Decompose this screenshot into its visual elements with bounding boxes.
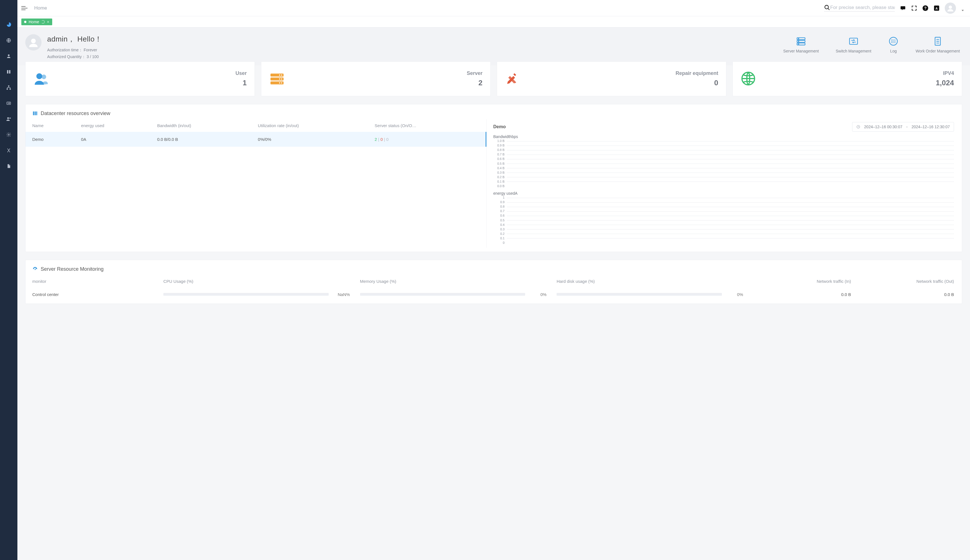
col-bandwidth: Bandwidth (in/out) <box>150 119 251 132</box>
sidebar-item-tools[interactable] <box>6 148 12 153</box>
sidebar-item-sitemap[interactable] <box>6 85 12 90</box>
svg-rect-25 <box>850 38 858 44</box>
svg-rect-3 <box>9 70 10 73</box>
cell-energy: 0A <box>74 132 150 147</box>
server-icon <box>269 71 285 87</box>
sidebar-item-usercard[interactable] <box>6 116 12 122</box>
sidebar-item-document[interactable] <box>6 163 12 169</box>
clock-icon <box>856 125 860 129</box>
quicklink-label: Server Management <box>783 49 819 53</box>
search-icon[interactable] <box>824 5 830 11</box>
log-icon <box>888 36 899 47</box>
search-wrap <box>824 5 895 12</box>
date-from: 2024–12–16 00:30:07 <box>864 125 902 129</box>
col-energy: energy used <box>74 119 150 132</box>
cell-mem: 0% <box>353 288 550 300</box>
svg-point-24 <box>798 44 799 44</box>
datacenter-panel: Datacenter resources overview Name energ… <box>25 104 962 252</box>
search-input[interactable] <box>830 5 895 10</box>
col-disk: Hard disk usage (%) <box>550 275 746 288</box>
globe-icon <box>741 71 756 87</box>
auth-qty-value: 3 / 100 <box>87 55 99 59</box>
greeting-text: admin， Hello！ <box>47 34 102 44</box>
svg-rect-41 <box>35 112 36 115</box>
cell-bandwidth: 0.0 B/0.0 B <box>150 132 251 147</box>
stat-label: IPV4 <box>936 70 954 76</box>
breadcrumb[interactable]: Home <box>34 5 47 11</box>
svg-point-36 <box>279 74 280 75</box>
quick-links: Server Management Switch Management Log <box>783 34 962 53</box>
gauge-icon <box>32 266 38 272</box>
svg-point-22 <box>798 38 799 39</box>
sidebar-item-dashboard[interactable] <box>6 22 12 27</box>
sidebar-item-settings[interactable] <box>6 132 12 137</box>
refresh-icon[interactable] <box>41 20 45 23</box>
svg-rect-9 <box>9 118 11 119</box>
sidebar-item-globe[interactable] <box>6 38 12 43</box>
col-netout: Network traffic (Out) <box>859 275 962 288</box>
panel-title-text: Datacenter resources overview <box>41 110 110 117</box>
messages-icon[interactable] <box>900 5 906 11</box>
quicklink-label: Log <box>890 49 897 53</box>
svg-point-38 <box>279 82 280 83</box>
quicklink-server-management[interactable]: Server Management <box>783 36 819 53</box>
cell-monitor: Control center <box>25 288 157 300</box>
col-status: Server status (On/O… <box>368 119 486 132</box>
table-row[interactable]: Demo 0A 0.0 B/0.0 B 0%/0% 2 | 0 | 0 <box>25 132 486 147</box>
left-sidebar <box>0 0 17 560</box>
tab-close-icon[interactable]: × <box>47 20 49 24</box>
svg-point-29 <box>42 74 46 79</box>
svg-rect-40 <box>33 112 34 115</box>
svg-point-17 <box>949 5 952 9</box>
chart-title: energy usedA <box>493 191 954 195</box>
svg-point-8 <box>7 117 9 119</box>
stat-card-repair[interactable]: Repair equipment 0 <box>497 62 726 96</box>
stat-label: Server <box>467 70 482 76</box>
server-monitoring-panel: Server Resource Monitoring monitor CPU U… <box>25 260 962 304</box>
page-body: admin， Hello！ Authorization time： Foreve… <box>17 27 970 560</box>
toggle-sidebar-button[interactable] <box>21 5 27 11</box>
svg-rect-6 <box>10 89 11 90</box>
svg-point-37 <box>279 78 280 79</box>
stat-card-ipv4[interactable]: IPV4 1,024 <box>733 62 962 96</box>
col-name: Name <box>25 119 74 132</box>
datacenter-icon <box>32 110 38 116</box>
quicklink-log[interactable]: Log <box>888 36 899 53</box>
language-icon[interactable]: A <box>933 5 940 11</box>
svg-point-10 <box>8 134 10 135</box>
col-cpu: CPU Usage (%) <box>157 275 353 288</box>
fullscreen-icon[interactable] <box>911 5 917 11</box>
tab-label: Home <box>28 20 39 24</box>
stat-card-server[interactable]: Server 2 <box>261 62 491 96</box>
stat-card-user[interactable]: User 1 <box>25 62 255 96</box>
profile-avatar <box>25 34 42 50</box>
sidebar-item-user[interactable] <box>6 53 12 59</box>
table-row[interactable]: Control center NaN% 0% 0% 0.0 B 0.0 B <box>25 288 962 300</box>
tabstrip: Home × <box>17 16 970 27</box>
svg-rect-4 <box>8 85 10 87</box>
svg-point-18 <box>31 39 36 43</box>
stat-value: 1 <box>235 78 247 87</box>
cell-disk: 0% <box>550 288 746 300</box>
quicklink-work-order[interactable]: Work Order Management <box>915 36 960 53</box>
svg-point-26 <box>890 37 898 45</box>
tab-home[interactable]: Home × <box>21 18 52 25</box>
switch-management-icon <box>848 36 859 47</box>
svg-rect-12 <box>901 6 905 9</box>
col-monitor: monitor <box>25 275 157 288</box>
cell-cpu: NaN% <box>157 288 353 300</box>
energy-chart: energy usedA 00.10.20.30.40.50.60.70.80.… <box>493 191 954 244</box>
sidebar-item-servers[interactable] <box>6 69 12 75</box>
help-icon[interactable]: ? <box>922 5 928 11</box>
user-avatar[interactable] <box>945 3 956 14</box>
tab-active-dot <box>24 21 27 23</box>
sidebar-item-ip[interactable] <box>6 100 12 106</box>
user-menu-caret[interactable] <box>962 10 964 11</box>
stat-cards-row: User 1 Server 2 <box>25 62 962 96</box>
stat-label: User <box>235 70 247 76</box>
quicklink-switch-management[interactable]: Switch Management <box>836 36 871 53</box>
svg-point-35 <box>281 82 282 83</box>
date-range-picker[interactable]: 2024–12–16 00:30:07 - 2024–12–16 12:30:0… <box>852 122 954 132</box>
quicklink-label: Switch Management <box>836 49 871 53</box>
stat-value: 0 <box>676 78 718 87</box>
